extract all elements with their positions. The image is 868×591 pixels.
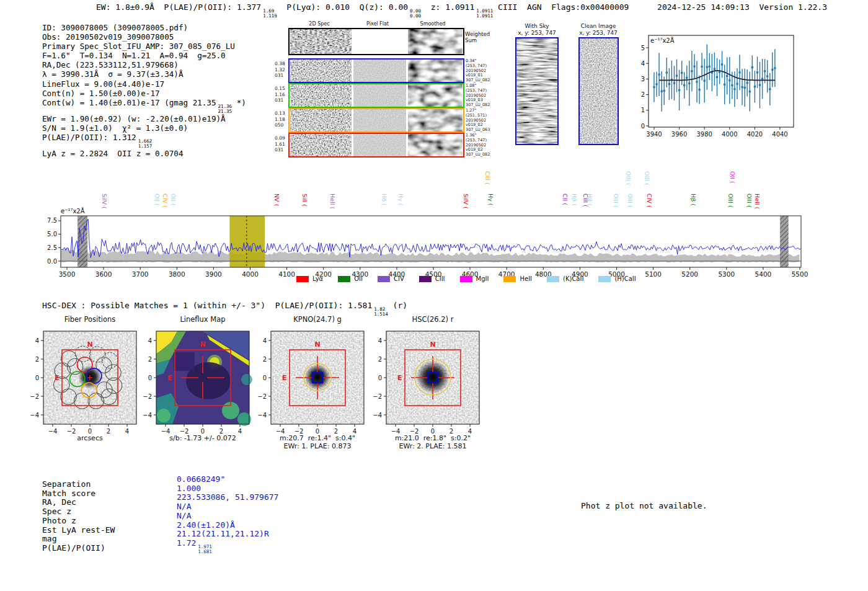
- svg-text:3980: 3980: [696, 131, 712, 138]
- svg-text:4: 4: [378, 337, 382, 344]
- spec2d-cell: [290, 109, 352, 131]
- legend-swatch: [598, 276, 611, 282]
- svg-text:3800: 3800: [169, 270, 185, 278]
- svg-text:−4: −4: [161, 428, 170, 435]
- spec2d-column-title: Smoothed: [420, 21, 446, 27]
- match-row-value: N/A: [177, 512, 278, 521]
- noise-image: [353, 84, 406, 107]
- spectral-line-label: OIII (: [613, 193, 619, 208]
- weighted-sum-label: WeightedSum: [465, 31, 490, 43]
- legend-label: HeII: [520, 275, 532, 282]
- svg-text:5200: 5200: [681, 270, 698, 278]
- svg-text:4: 4: [263, 337, 267, 344]
- legend-label: Lyα: [312, 275, 323, 282]
- svg-text:3900: 3900: [205, 270, 222, 278]
- panel-plot: NE−4−4−2−2002244: [252, 325, 383, 437]
- spec2d-cell: [353, 134, 406, 156]
- main-spectrum-svg: SiIV (OII (CIV (OII (NV (SiII (HeII (Hδ …: [43, 162, 815, 287]
- svg-text:4: 4: [125, 428, 129, 435]
- match-row-value: N/A: [177, 502, 278, 512]
- svg-text:3700: 3700: [132, 270, 149, 278]
- spec2d-column-title: 2D Spec: [309, 21, 329, 27]
- spectral-line-label: CIII (: [484, 171, 491, 185]
- noise-image: [353, 60, 406, 82]
- svg-text:0.0: 0.0: [47, 258, 57, 265]
- svg-text:4: 4: [148, 337, 152, 344]
- elixer-report-page: { "header": { "segments": [ {"text": "EW…: [0, 0, 868, 591]
- match-table-labels: SeparationMatch scoreRA, DecSpec zPhoto …: [42, 480, 115, 553]
- spec2d-column-title: Pixel Flat: [366, 21, 389, 27]
- spectral-line-label: Hβ (: [690, 193, 697, 206]
- panel-title: Fiber Positions: [25, 315, 155, 324]
- svg-text:7.5: 7.5: [47, 217, 57, 224]
- sky-panel-image: [578, 37, 619, 145]
- spectral-line-label: OIII (: [625, 171, 632, 185]
- svg-text:4000: 4000: [722, 131, 737, 138]
- spec2d-cell: [353, 29, 406, 54]
- spectral-line-label: OIII (: [727, 193, 734, 208]
- noise-image: [290, 29, 352, 54]
- svg-text:E: E: [167, 374, 172, 382]
- spec2d-cell: [408, 134, 463, 156]
- spectral-line-label: OIII (: [627, 193, 634, 208]
- svg-text:0: 0: [35, 375, 39, 381]
- svg-text:N: N: [314, 340, 320, 349]
- noise-image: [408, 109, 463, 131]
- panel-plot: NE−4−4−2−2002244: [368, 325, 498, 437]
- spectral-line-label: OII (: [170, 193, 177, 206]
- svg-text:−4: −4: [48, 428, 58, 435]
- match-row-label: P(LAE)/P(OII): [42, 544, 115, 553]
- svg-text:e⁻¹⁷x2Å: e⁻¹⁷x2Å: [61, 207, 85, 215]
- spectral-line-label: HeII (: [329, 193, 336, 209]
- svg-text:−2: −2: [30, 393, 39, 400]
- svg-text:e⁻¹⁷x2Å: e⁻¹⁷x2Å: [650, 37, 675, 44]
- svg-text:2.5: 2.5: [47, 244, 57, 251]
- match-row-label: RA, Dec: [42, 498, 115, 507]
- spectral-line-label: Hβ (: [587, 193, 593, 206]
- panel-plot: NE−4−4−2−2002244: [138, 325, 268, 437]
- svg-text:−4: −4: [257, 412, 267, 419]
- legend-item: CIV: [378, 275, 404, 282]
- panel-cutout_r: HSC(26.2) rNE−4−4−2−2002244m:21.0 re:1.8…: [368, 315, 510, 450]
- fit-plot-svg: 394039603980400040204040012345e⁻¹⁷x2Å: [637, 31, 854, 146]
- svg-text:4: 4: [35, 337, 39, 344]
- legend-swatch: [419, 276, 432, 282]
- spec2d-row-right-label: 1.08"(253, 747)20190502v019_03307_LU_082: [466, 84, 490, 108]
- noise-image: [408, 134, 463, 156]
- match-row-value: 1.721.9711.681: [177, 539, 278, 554]
- spectral-line-label: Hβ (: [571, 193, 578, 206]
- legend-item: (K)CaII: [547, 275, 583, 282]
- spec2d-row: [288, 28, 464, 55]
- spec2d-cell: [408, 109, 463, 131]
- spectral-line-label: HeII (: [754, 193, 761, 209]
- svg-text:3500: 3500: [59, 270, 76, 278]
- spec2d-row: [288, 83, 464, 108]
- spectral-line-label: Hγ (: [397, 193, 404, 206]
- legend-swatch: [378, 276, 390, 282]
- svg-text:1: 1: [641, 107, 645, 113]
- spec2d-row-right-label: 1.36"(253, 747)20190502v019_02307_LU_082: [466, 133, 490, 158]
- spectral-line-label: Hδ (: [381, 193, 388, 206]
- legend-item: OII: [338, 275, 363, 282]
- match-row-value: 223.533086, 51.979677: [177, 493, 278, 502]
- spec2d-cell: [408, 29, 463, 54]
- spectral-line-label: SiIV (: [101, 193, 108, 209]
- svg-text:2: 2: [641, 91, 645, 98]
- legend-swatch: [296, 276, 309, 282]
- spec2d-row-left-label: 0.381.32031: [275, 61, 285, 79]
- svg-text:0: 0: [263, 375, 267, 381]
- svg-text:2: 2: [107, 428, 110, 435]
- legend-item: MgII: [460, 275, 489, 282]
- noise-image: [290, 109, 352, 131]
- noise-image: [290, 60, 352, 82]
- svg-text:3: 3: [641, 76, 645, 82]
- spec2d-cell: [408, 60, 463, 82]
- noise-image: [290, 84, 352, 107]
- panel-caption: m:21.0 re:1.8" s:0.2": [361, 434, 504, 442]
- spectral-line-label: SiII (: [301, 193, 308, 207]
- spectrum-line-legend: LyαOIICIVCIIIMgIIHeII(K)CaII(H)CaII: [296, 275, 651, 282]
- spec2d-row: [288, 58, 464, 83]
- svg-text:4040: 4040: [772, 131, 787, 138]
- match-row-label: Photo z: [42, 517, 115, 526]
- panel-title: KPNO(24.7) g: [252, 315, 383, 324]
